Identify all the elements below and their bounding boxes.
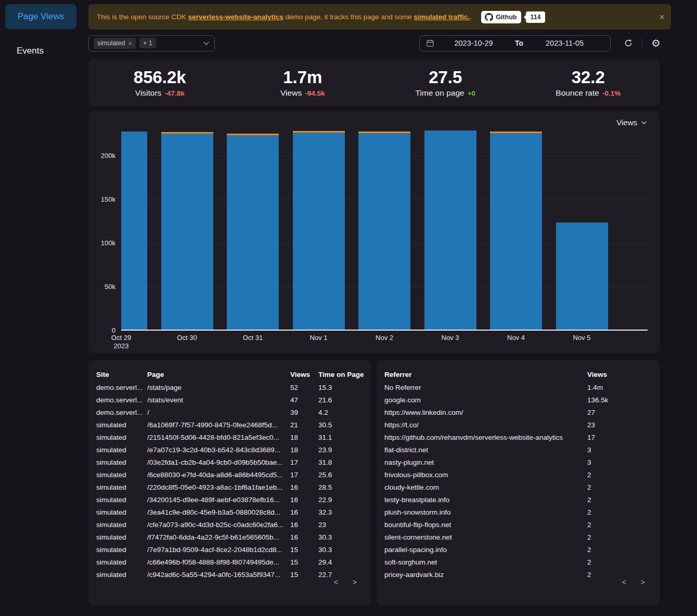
pagination-next[interactable]: > <box>353 578 357 586</box>
table-cell: simulated <box>96 546 147 554</box>
stat-value: 856.2k <box>88 68 231 87</box>
banner-link-simulated-traffic[interactable]: simulated traffic. <box>414 13 470 21</box>
table-cell: 16 <box>290 508 318 516</box>
banner-close-button[interactable]: × <box>659 12 665 22</box>
table-cell: / <box>147 409 290 416</box>
stat-label: Views <box>280 88 302 97</box>
y-axis-label: 50k <box>88 283 115 291</box>
table-cell: 30.5 <box>318 421 364 429</box>
table-cell: demo.serverl... <box>96 396 147 404</box>
y-axis-label: 0 <box>88 326 115 334</box>
referrers-table-body: No Referrer1.4mgoogle.com136.5khttps://w… <box>384 381 652 581</box>
table-row: demo.serverl.../stats/event4721.6 <box>96 394 364 406</box>
tag-close-icon[interactable]: × <box>128 40 133 47</box>
table-cell: simulated <box>96 533 147 541</box>
table-cell: 23 <box>318 521 364 529</box>
bar-oct-29[interactable] <box>121 132 147 330</box>
overlay-line-segment <box>490 132 542 133</box>
bar-nov-2[interactable] <box>358 132 410 330</box>
table-row: simulated/e7a07c19-3c2d-40b3-b542-843c8d… <box>96 443 364 456</box>
calendar-icon <box>426 39 434 47</box>
date-controls: 2023-10-29 To 2023-11-05 ⚙ <box>419 35 661 51</box>
y-axis-label: 100k <box>88 239 115 247</box>
sidebar-item-page-views[interactable]: Page Views <box>5 4 76 29</box>
table-cell: https://www.linkedin.com/ <box>384 409 587 416</box>
bar-nov-4[interactable] <box>490 132 542 330</box>
table-cell: flat-district.net <box>384 446 587 454</box>
bar-nov-1[interactable] <box>293 131 345 330</box>
table-cell: 22.7 <box>318 571 364 579</box>
banner-text-mid: demo page, it tracks this page and some <box>283 13 414 21</box>
table-cell: 2 <box>587 546 652 554</box>
table-row: simulated/6a1069f7-7f57-4990-8475-0fee24… <box>96 418 364 431</box>
table-row: simulated/6ce88030-e7fd-40da-a8d6-a86b44… <box>96 468 364 481</box>
table-cell: 2 <box>587 533 652 541</box>
table-row: silent-cornerstone.net2 <box>384 531 652 543</box>
table-cell: 31.8 <box>318 458 364 466</box>
table-cell: 23.9 <box>318 446 364 454</box>
table-cell: /cfe7a073-a90c-4d3d-b25c-c0adc60e2fa6... <box>147 521 290 529</box>
x-axis-label: Nov 1 <box>295 334 342 342</box>
date-range-picker[interactable]: 2023-10-29 To 2023-11-05 <box>419 35 611 51</box>
table-cell: silent-cornerstone.net <box>384 533 587 541</box>
x-axis-label: Nov 2 <box>361 334 408 342</box>
table-row: simulated/f7472fa0-6dda-4a22-9c5f-b61e56… <box>96 531 364 543</box>
table-cell: simulated <box>96 446 147 454</box>
bar-oct-31[interactable] <box>227 134 279 330</box>
stat-value: 27.5 <box>374 68 517 87</box>
bar-oct-30[interactable] <box>161 132 213 330</box>
table-row: pricey-aardvark.biz2 <box>384 568 652 581</box>
table-row: demo.serverl.../stats/page5215.3 <box>96 381 364 394</box>
bar-nov-5[interactable] <box>556 222 608 330</box>
column-header: Views <box>587 371 652 378</box>
table-cell: 16 <box>290 521 318 529</box>
stat-delta: -0.1% <box>602 89 621 97</box>
pagination-prev[interactable]: < <box>334 578 338 586</box>
referrers-table-pagination: < > <box>622 578 645 586</box>
stat-label: Visitors <box>135 88 162 97</box>
table-cell: 30.3 <box>318 546 364 554</box>
referrers-table-card: Referrer Views No Referrer1.4mgoogle.com… <box>377 360 660 605</box>
table-cell: simulated <box>96 521 147 529</box>
table-row: simulated/03e2fda1-cb2b-4a04-9cb0-d09b5b… <box>96 456 364 468</box>
pagination-prev[interactable]: < <box>622 578 626 586</box>
table-cell: 17 <box>290 458 318 466</box>
table-row: simulated/c66e496b-f058-4888-8f98-f80749… <box>96 556 364 568</box>
column-header: Site <box>96 371 147 378</box>
app-window: Page Views Events This is the open sourc… <box>0 0 697 616</box>
filter-tag-label: simulated <box>97 40 125 47</box>
pagination-next[interactable]: > <box>641 578 645 586</box>
date-from-input[interactable]: 2023-10-29 <box>434 39 513 47</box>
table-cell: 16 <box>290 496 318 504</box>
filter-more-tag: + 1 <box>139 38 156 48</box>
refresh-button[interactable] <box>624 38 633 48</box>
github-star-count[interactable]: 114 <box>526 11 545 23</box>
date-to-input[interactable]: 2023-11-05 <box>525 39 604 47</box>
table-cell: nasty-plugin.net <box>384 458 587 466</box>
github-button[interactable]: Github <box>481 11 521 23</box>
table-cell: 136.5k <box>587 396 652 404</box>
table-cell: simulated <box>96 421 147 429</box>
table-cell: /7e97a1bd-9509-4acf-8ce2-2048b1d2cd8... <box>147 546 290 554</box>
table-cell: simulated <box>96 483 147 491</box>
table-row: No Referrer1.4m <box>384 381 652 394</box>
banner-text-after: . <box>470 13 472 21</box>
table-cell: 22.9 <box>318 496 364 504</box>
table-cell: 21.6 <box>318 396 364 404</box>
bar-nov-3[interactable] <box>424 130 476 330</box>
site-filter-select[interactable]: simulated × + 1 <box>88 35 215 51</box>
table-cell: 15 <box>290 571 318 579</box>
chart-metric-selector[interactable]: Views <box>616 118 647 127</box>
pages-table-header: Site Page Views Time on Page <box>96 368 364 381</box>
sidebar-item-events[interactable]: Events <box>17 46 44 56</box>
table-cell: 3 <box>587 446 652 454</box>
table-cell: /34200145-d9ee-489f-aebf-e03878efb16... <box>147 496 290 504</box>
table-cell: plush-snowstorm.info <box>384 508 587 516</box>
table-cell: 4.2 <box>318 409 364 416</box>
banner-link-repo[interactable]: serverless-website-analytics <box>188 13 283 21</box>
filter-toolbar: simulated × + 1 <box>88 35 661 51</box>
table-row: simulated/cfe7a073-a90c-4d3d-b25c-c0adc6… <box>96 518 364 531</box>
column-header: Page <box>147 371 290 378</box>
settings-button[interactable]: ⚙ <box>651 38 661 48</box>
table-row: bountiful-flip-flops.net2 <box>384 518 652 531</box>
